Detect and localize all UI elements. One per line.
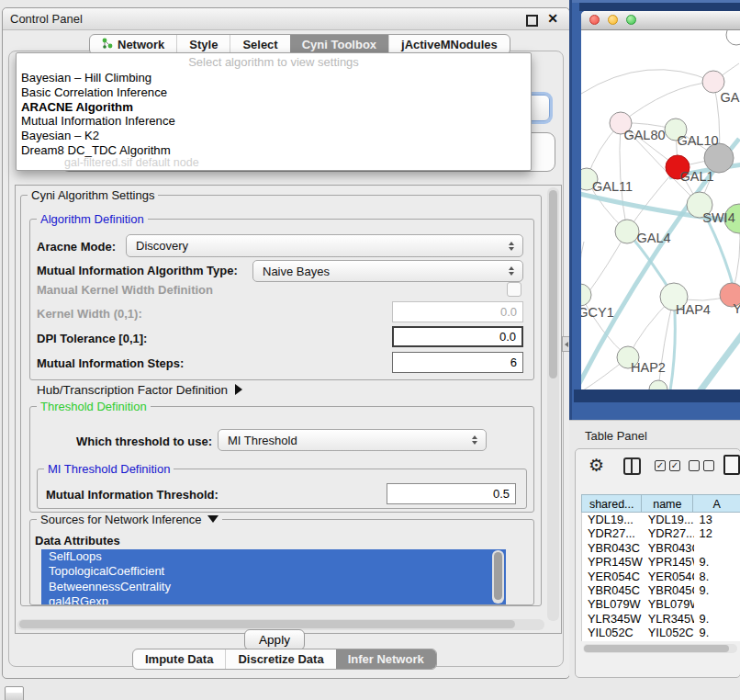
table-cell[interactable]: YLR345W bbox=[582, 612, 643, 626]
select-all-checks-icon[interactable]: ✓✓ bbox=[655, 460, 680, 471]
table-row[interactable]: YBL079WYBL079W bbox=[582, 597, 740, 611]
algorithm-option[interactable]: ARACNE Algorithm bbox=[17, 100, 531, 115]
table-cell[interactable]: YBR045C bbox=[582, 583, 643, 597]
gear-icon[interactable]: ⚙ bbox=[589, 455, 604, 476]
kernel-width-field[interactable] bbox=[392, 301, 523, 322]
mac-zoom-icon[interactable] bbox=[626, 15, 636, 25]
attribute-item[interactable]: gal4RGexp bbox=[41, 594, 506, 604]
node-label-hap2: HAP2 bbox=[631, 360, 666, 375]
table-row[interactable]: YPR145WYPR145W9. bbox=[582, 555, 740, 569]
tab-jactivemnodules[interactable]: jActiveMNodules bbox=[388, 35, 510, 54]
manual-kernel-checkbox[interactable] bbox=[507, 282, 521, 297]
table-row[interactable]: YDL19...YDL19...13 bbox=[582, 513, 740, 526]
dpi-tolerance-field[interactable] bbox=[392, 326, 523, 347]
pane-hscroll-thumb[interactable] bbox=[19, 620, 515, 628]
column-header-name[interactable]: name bbox=[642, 494, 693, 513]
algorithm-option[interactable]: Dream8 DC_TDC Algorithm bbox=[17, 143, 531, 158]
close-icon[interactable]: ✕ bbox=[547, 11, 558, 26]
table-cell[interactable] bbox=[694, 541, 740, 555]
table-cell[interactable]: YDR27... bbox=[643, 526, 694, 540]
control-panel-titlebar: Control Panel ✕ bbox=[3, 8, 569, 30]
table-hscrollbar[interactable] bbox=[583, 644, 737, 653]
table-cell[interactable]: YBR045C bbox=[643, 583, 694, 597]
deselect-all-checks-icon[interactable] bbox=[689, 460, 714, 471]
pane-vscroll-thumb[interactable] bbox=[549, 190, 557, 378]
which-threshold-combo[interactable]: MI Threshold bbox=[218, 429, 487, 451]
table-cell[interactable]: YDL19... bbox=[582, 513, 643, 526]
table-cell[interactable]: YLR345W bbox=[643, 612, 694, 626]
table-row[interactable]: YIL052CYIL052C9. bbox=[582, 626, 740, 639]
tab-cyni-toolbox[interactable]: Cyni Toolbox bbox=[290, 35, 388, 54]
algorithm-option[interactable]: Bayesian – K2 bbox=[17, 129, 531, 143]
tab-network[interactable]: Network bbox=[90, 35, 176, 54]
table-cell[interactable]: YBR043C bbox=[582, 541, 643, 555]
table-cell[interactable]: 8. bbox=[694, 570, 740, 583]
mac-minimize-icon[interactable] bbox=[608, 15, 618, 25]
mi-type-combo[interactable]: Naive Bayes bbox=[252, 260, 523, 282]
table-cell[interactable] bbox=[694, 597, 740, 611]
table-cell[interactable]: 9. bbox=[694, 626, 740, 639]
table-cell[interactable]: YPR145W bbox=[582, 555, 643, 569]
tab-infer-network[interactable]: Infer Network bbox=[336, 649, 436, 669]
algorithm-option[interactable]: Bayesian – Hill Climbing bbox=[17, 71, 531, 85]
attr-list-vscroll-thumb[interactable] bbox=[494, 552, 502, 600]
tab-impute-data[interactable]: Impute Data bbox=[133, 649, 225, 669]
table-cell[interactable]: 9. bbox=[694, 612, 740, 626]
column-header-A[interactable]: A bbox=[693, 494, 740, 513]
network-node[interactable] bbox=[726, 30, 740, 45]
window-title: Control Panel bbox=[10, 12, 83, 26]
table-cell[interactable]: YDR27... bbox=[582, 526, 643, 540]
attribute-item[interactable]: BetweennessCentrality bbox=[41, 580, 506, 594]
table-row[interactable]: YER054CYER054C8. bbox=[582, 570, 740, 583]
table-cell[interactable]: 13 bbox=[694, 513, 740, 526]
network-node-gcy1[interactable] bbox=[581, 284, 591, 306]
table-cell[interactable]: 9. bbox=[694, 555, 740, 569]
mit-field[interactable] bbox=[387, 483, 516, 504]
attr-list-vscrollbar[interactable] bbox=[492, 550, 504, 604]
network-node[interactable] bbox=[649, 380, 667, 390]
attribute-item[interactable]: TopologicalCoefficient bbox=[41, 564, 506, 579]
tab-style[interactable]: Style bbox=[176, 35, 230, 54]
table-cell[interactable]: YBR043C bbox=[643, 541, 694, 555]
table-cell[interactable]: 12 bbox=[694, 526, 740, 540]
mac-close-icon[interactable] bbox=[589, 15, 600, 25]
table-cell[interactable]: 9. bbox=[694, 583, 740, 597]
network-node-gal4[interactable] bbox=[615, 220, 639, 243]
table-cell[interactable]: YPR145W bbox=[643, 555, 694, 569]
table-row[interactable]: YBR045CYBR045C9. bbox=[582, 583, 740, 597]
algorithm-option[interactable]: Mutual Information Inference bbox=[17, 114, 531, 129]
network-canvas[interactable]: GALGAL80GAL10GAL11GAL1SWI4GAL4GCY1HAP4YH… bbox=[581, 30, 740, 390]
aracne-mode-combo[interactable]: Discovery bbox=[126, 234, 523, 257]
table-cell[interactable]: YER054C bbox=[643, 570, 694, 583]
tab-select[interactable]: Select bbox=[230, 35, 289, 54]
dpi-tolerance-label: DPI Tolerance [0,1]: bbox=[37, 332, 147, 345]
gray-edge bbox=[581, 70, 713, 94]
data-attributes-list[interactable]: SelfLoopsTopologicalCoefficientBetweenne… bbox=[41, 549, 506, 604]
minimized-panel-icon[interactable] bbox=[5, 686, 24, 700]
group-title-sources[interactable]: Sources for Network Inference bbox=[37, 513, 222, 526]
column-header-shared...[interactable]: shared... bbox=[581, 494, 642, 513]
network-window-titlebar[interactable] bbox=[581, 11, 740, 30]
table-cell[interactable]: YBL079W bbox=[582, 597, 643, 611]
table-row[interactable]: YDR27...YDR27...12 bbox=[582, 526, 740, 540]
pane-vscrollbar[interactable] bbox=[547, 187, 559, 621]
hub-section-toggle[interactable]: Hub/Transcription Factor Definition bbox=[37, 383, 242, 397]
table-hscroll-thumb[interactable] bbox=[584, 645, 729, 652]
algorithm-option[interactable]: Basic Correlation Inference bbox=[17, 85, 531, 100]
table-row[interactable]: YBR043CYBR043C bbox=[582, 541, 740, 555]
table-cell[interactable]: YER054C bbox=[582, 570, 643, 583]
table-row[interactable]: YLR345WYLR345W9. bbox=[582, 612, 740, 626]
network-graph[interactable]: GALGAL80GAL10GAL11GAL1SWI4GAL4GCY1HAP4YH… bbox=[581, 30, 740, 390]
apply-button[interactable]: Apply bbox=[244, 629, 305, 650]
attribute-item[interactable]: SelfLoops bbox=[41, 549, 506, 564]
new-table-icon[interactable] bbox=[723, 455, 740, 475]
float-window-icon[interactable] bbox=[526, 15, 538, 27]
table-cell[interactable]: YIL052C bbox=[643, 626, 694, 639]
tab-label: Network bbox=[118, 38, 164, 51]
tab-discretize-data[interactable]: Discretize Data bbox=[225, 649, 335, 669]
columns-icon[interactable] bbox=[623, 457, 641, 475]
table-cell[interactable]: YDL19... bbox=[643, 513, 694, 526]
mi-steps-field[interactable] bbox=[392, 352, 523, 373]
table-cell[interactable]: YIL052C bbox=[582, 626, 643, 639]
table-cell[interactable]: YBL079W bbox=[643, 597, 694, 611]
